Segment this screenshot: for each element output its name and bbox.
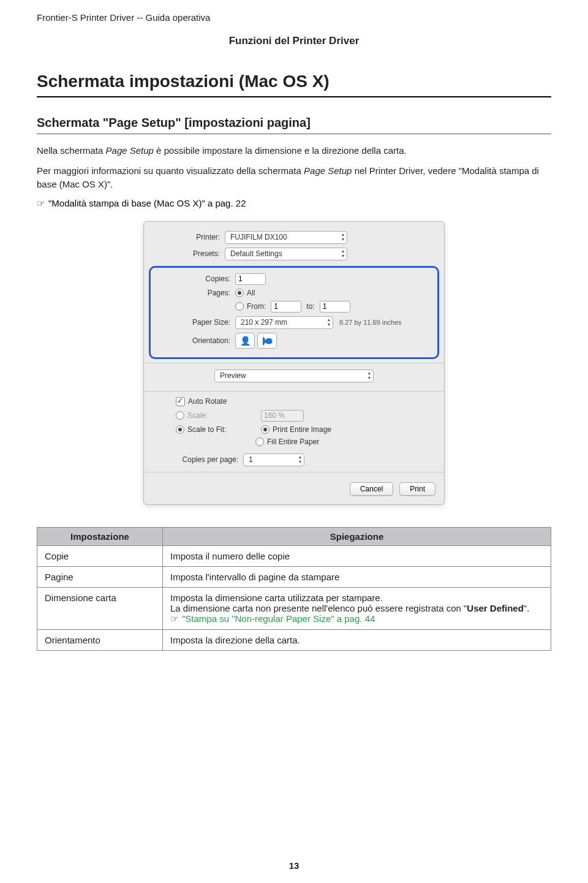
text: è possibile impostare la dimensione e la… <box>154 145 407 156</box>
highlighted-settings: Copies: Pages: All From: to: <box>149 266 439 359</box>
divider <box>144 391 444 392</box>
presets-value: Default Settings <box>230 249 282 258</box>
row-desc: Imposta la dimensione carta utilizzata p… <box>163 587 551 629</box>
doc-title: Frontier-S Printer Driver -- Guida opera… <box>37 12 551 23</box>
section-select-value: Preview <box>220 371 246 380</box>
paragraph-1: Nella schermata Page Setup è possibile i… <box>37 144 551 158</box>
papersize-value: 210 x 297 mm <box>241 318 287 327</box>
print-entire-label: Print Entire Image <box>273 425 331 434</box>
divider <box>144 363 444 363</box>
autorotate-checkbox[interactable] <box>176 397 185 406</box>
text: La dimensione carta non presente nell'el… <box>170 603 467 613</box>
papersize-label: Paper Size: <box>163 318 235 327</box>
papersize-select[interactable]: 210 x 297 mm ▴▾ <box>235 316 333 329</box>
text-italic: Page Setup <box>106 145 154 156</box>
print-button[interactable]: Print <box>399 482 435 496</box>
person-icon: 👤 <box>240 336 251 346</box>
copies-label: Copies: <box>163 275 235 283</box>
row-label: Dimensione carta <box>37 587 163 629</box>
chevron-updown-icon: ▴▾ <box>342 249 344 259</box>
copies-per-page-select[interactable]: 1 ▴▾ <box>243 453 304 466</box>
print-entire-radio[interactable] <box>261 425 270 434</box>
pages-from-label: From: <box>247 302 266 311</box>
cross-reference[interactable]: ☞"Modalità stampa di base (Mac OS X)" a … <box>37 198 551 209</box>
pages-label: Pages: <box>163 289 235 297</box>
scaletofit-radio[interactable] <box>176 425 184 434</box>
row-desc: Imposta il numero delle copie <box>163 545 551 566</box>
paragraph-2: Per maggiori informazioni su quanto visu… <box>37 164 551 192</box>
scale-input <box>261 410 304 422</box>
chevron-updown-icon: ▴▾ <box>368 371 371 381</box>
copies-per-page-value: 1 <box>249 455 253 464</box>
orientation-landscape-button[interactable]: 👤 <box>257 333 277 349</box>
text: ". <box>524 603 530 613</box>
presets-label: Presets: <box>153 249 225 258</box>
xref-text: "Stampa su "Non-regular Paper Size" a pa… <box>182 613 375 624</box>
copies-input[interactable] <box>235 273 266 285</box>
text-italic: Page Setup <box>304 165 352 176</box>
desc-line2: La dimensione carta non presente nell'el… <box>170 603 543 613</box>
presets-select[interactable]: Default Settings ▴▾ <box>225 248 347 260</box>
chevron-updown-icon: ▴▾ <box>299 455 301 464</box>
chapter-title: Funzioni del Printer Driver <box>37 35 551 47</box>
table-header-right: Spiegazione <box>163 527 551 545</box>
scaletofit-label: Scale to Fit: <box>187 425 261 434</box>
autorotate-label: Auto Rotate <box>188 397 227 406</box>
row-desc: Imposta la direzione della carta. <box>163 629 551 650</box>
pointer-icon: ☞ <box>37 198 45 208</box>
scale-radio[interactable] <box>176 411 184 420</box>
person-rotated-icon: 👤 <box>262 335 272 346</box>
section-heading: Schermata impostazioni (Mac OS X) <box>37 72 551 97</box>
fill-entire-label: Fill Entire Paper <box>267 438 319 446</box>
copies-per-page-label: Copies per page: <box>153 455 243 464</box>
row-label: Copie <box>37 545 163 566</box>
pages-to-input[interactable] <box>320 301 350 313</box>
printer-value: FUJIFILM DX100 <box>230 233 287 241</box>
scale-label: Scale: <box>187 411 261 420</box>
page-number: 13 <box>0 860 588 871</box>
row-label: Orientamento <box>37 629 163 650</box>
desc-line1: Imposta la dimensione carta utilizzata p… <box>170 593 543 603</box>
section-select[interactable]: Preview ▴▾ <box>214 369 374 382</box>
row-label: Pagine <box>37 566 163 587</box>
chevron-updown-icon: ▴▾ <box>328 317 330 327</box>
printer-select[interactable]: FUJIFILM DX100 ▴▾ <box>225 231 347 244</box>
fill-entire-radio[interactable] <box>255 438 264 446</box>
orientation-label: Orientation: <box>163 336 235 345</box>
print-dialog: Printer: FUJIFILM DX100 ▴▾ Presets: Defa… <box>143 221 445 505</box>
table-header-left: Impostazione <box>37 527 163 545</box>
text: Per maggiori informazioni su quanto visu… <box>37 165 304 176</box>
chevron-updown-icon: ▴▾ <box>342 232 344 242</box>
printer-label: Printer: <box>153 233 225 241</box>
settings-table: Impostazione Spiegazione Copie Imposta i… <box>37 527 551 651</box>
pages-from-radio[interactable] <box>235 302 244 311</box>
papersize-hint: 8.27 by 11.69 inches <box>339 319 402 326</box>
pages-all-label: All <box>247 289 255 297</box>
pointer-icon: ☞ <box>170 613 178 624</box>
pages-from-input[interactable] <box>271 301 301 313</box>
table-row: Pagine Imposta l'intervallo di pagine da… <box>37 566 551 587</box>
table-row: Copie Imposta il numero delle copie <box>37 545 551 566</box>
text-bold: User Defined <box>467 603 524 613</box>
table-row: Orientamento Imposta la direzione della … <box>37 629 551 650</box>
orientation-portrait-button[interactable]: 👤 <box>235 333 255 349</box>
pages-to-label: to: <box>306 302 314 311</box>
cancel-button[interactable]: Cancel <box>350 482 393 496</box>
pages-all-radio[interactable] <box>235 289 244 297</box>
text: Nella schermata <box>37 145 106 156</box>
divider <box>144 472 444 472</box>
xref-text: "Modalità stampa di base (Mac OS X)" a p… <box>48 198 246 208</box>
cross-reference[interactable]: ☞"Stampa su "Non-regular Paper Size" a p… <box>170 613 543 624</box>
table-row: Dimensione carta Imposta la dimensione c… <box>37 587 551 629</box>
row-desc: Imposta l'intervallo di pagine da stampa… <box>163 566 551 587</box>
subsection-heading: Schermata "Page Setup" [impostazioni pag… <box>37 116 551 134</box>
